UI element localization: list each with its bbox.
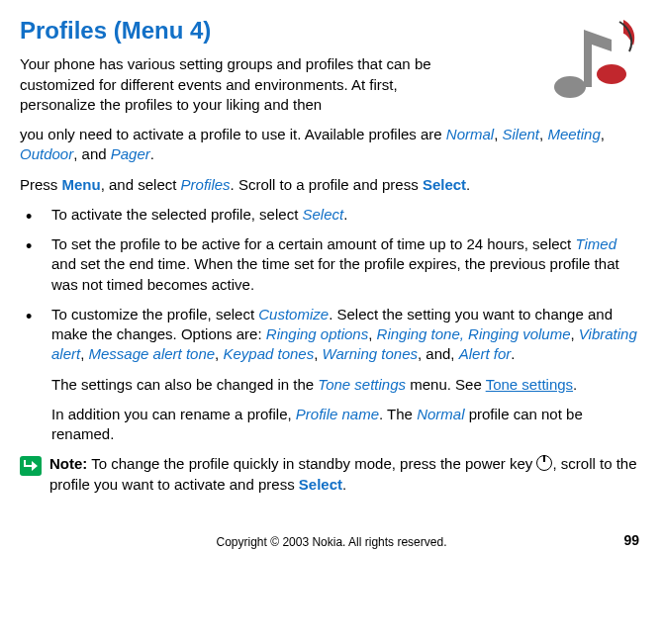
profile-silent: Silent: [503, 126, 540, 142]
rename-note: In addition you can rename a profile, Pr…: [20, 405, 643, 445]
svg-point-1: [597, 64, 626, 84]
press-instruction: Press Menu, and select Profiles. Scroll …: [20, 175, 643, 195]
intro-paragraph-2: you only need to activate a profile to u…: [20, 125, 633, 165]
profiles-label: Profiles: [181, 176, 231, 193]
page-footer: Copyright © 2003 Nokia. All rights reser…: [20, 534, 643, 550]
bullet-timed: To set the profile to be active for a ce…: [20, 234, 643, 295]
note-label: Note:: [49, 455, 87, 472]
intro-paragraph-1: Your phone has various setting groups an…: [20, 54, 445, 115]
select-label: Select: [423, 176, 466, 193]
profile-outdoor: Outdoor: [20, 145, 73, 162]
copyright-text: Copyright © 2003 Nokia. All rights reser…: [24, 534, 639, 550]
music-notes-graphic: [534, 12, 643, 106]
power-key-icon: [536, 455, 552, 471]
tone-settings-note: The settings can also be changed in the …: [20, 375, 643, 395]
svg-point-0: [554, 76, 586, 98]
profile-pager: Pager: [111, 145, 150, 162]
page-number: 99: [623, 531, 639, 550]
note-block: Note: To change the profile quickly in s…: [20, 454, 643, 495]
bullet-activate: To activate the selected profile, select…: [20, 205, 643, 225]
bullet-customize: To customize the profile, select Customi…: [20, 305, 643, 365]
profile-normal: Normal: [446, 126, 494, 142]
profile-meeting: Meeting: [547, 126, 600, 142]
note-arrow-icon: [20, 456, 42, 476]
tone-settings-link[interactable]: Tone settings: [486, 376, 573, 393]
note-select: Select: [299, 476, 342, 493]
menu-label: Menu: [62, 176, 101, 193]
